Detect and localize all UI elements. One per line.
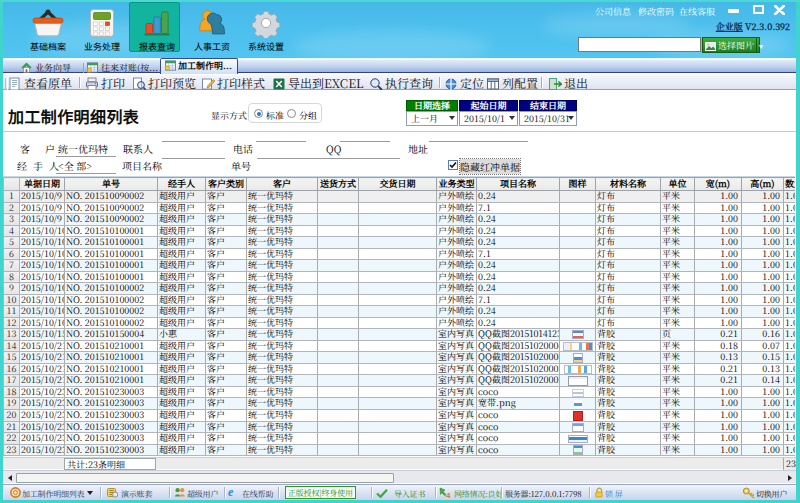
svg-text:4: 4 [446,491,451,499]
